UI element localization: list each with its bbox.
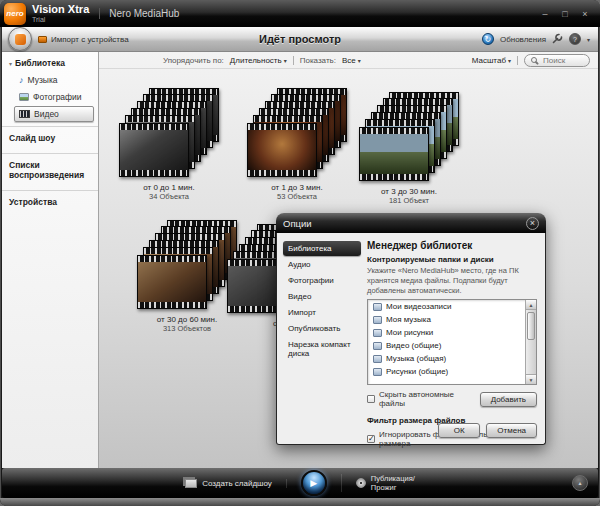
- cancel-button[interactable]: Отмена: [486, 423, 537, 438]
- thumbnail-stack: [119, 88, 219, 180]
- filmstrip-icon: [19, 110, 30, 118]
- folder-item[interactable]: Музыка (общая): [368, 352, 524, 365]
- sidebar-section-devices[interactable]: Устройства: [2, 190, 98, 213]
- main-toolbar: Импорт с устройства Идёт просмотр ↻ Обно…: [2, 27, 598, 52]
- add-folder-button[interactable]: Добавить: [480, 392, 537, 407]
- folder-icon: [373, 303, 382, 311]
- app-identity: Vision Xtra Trial: [32, 4, 89, 23]
- play-icon: ▶: [310, 478, 317, 488]
- tools-icon[interactable]: [552, 30, 563, 48]
- sidebar-header-library[interactable]: ▾ Библиотека: [2, 52, 98, 71]
- stack-card: [247, 123, 317, 177]
- chevron-down-icon[interactable]: ▾: [587, 36, 590, 43]
- dialog-titlebar: Опции ×: [276, 213, 546, 233]
- folder-label: Видео (общие): [386, 341, 441, 350]
- sidebar: ▾ Библиотека ♪ Музыка Фотографии Видео С…: [2, 52, 99, 468]
- create-slideshow-button[interactable]: Создать слайдшоу: [185, 479, 287, 488]
- sidebar-item-music[interactable]: ♪ Музыка: [14, 72, 94, 88]
- refresh-icon[interactable]: ↻: [482, 33, 494, 45]
- thumbnail-stack: [137, 220, 237, 312]
- close-button[interactable]: ×: [580, 9, 590, 19]
- dialog-nav-video[interactable]: Видео: [283, 289, 361, 304]
- arrange-by-value: Длительность: [230, 56, 282, 65]
- play-button[interactable]: ▶: [301, 470, 327, 496]
- folder-label: Мои видеозаписи: [386, 302, 451, 311]
- dialog-nav-disc-burn[interactable]: Нарезка компакт диска: [283, 337, 361, 361]
- dialog-main-panel: Менеджер библиотек Контролируемые папки …: [367, 239, 539, 438]
- arrange-by-dropdown[interactable]: Длительность ▾: [230, 56, 287, 65]
- publish-burn-button[interactable]: Публикация/ Прожиг: [341, 474, 415, 492]
- app-edition: Trial: [32, 16, 89, 23]
- import-from-device-button[interactable]: Импорт с устройства: [38, 35, 129, 44]
- sidebar-section-playlists[interactable]: Списки воспроизведения: [2, 153, 98, 186]
- folder-item[interactable]: Мои видеозаписи: [368, 300, 524, 313]
- group-caption: от 30 до 60 мин. 313 Объектов: [135, 315, 239, 333]
- filter-bar: Упорядочить по: Длительность ▾ Показать:…: [99, 52, 598, 69]
- import-label: Импорт с устройства: [51, 35, 129, 44]
- dialog-close-button[interactable]: ×: [526, 217, 539, 230]
- dialog-nav-photos[interactable]: Фотографии: [283, 273, 361, 288]
- show-label: Показать:: [300, 56, 336, 65]
- group-count: 181 Объект: [357, 196, 461, 205]
- search-box[interactable]: [524, 54, 590, 67]
- slideshow-icon: [185, 479, 197, 488]
- module-title: Nero MediaHub: [99, 8, 179, 19]
- media-group-3-30min[interactable]: от 3 до 30 мин. 181 Объект: [357, 92, 461, 205]
- dialog-nav-publish[interactable]: Опубликовать: [283, 321, 361, 336]
- watched-folders-list[interactable]: Мои видеозаписи Моя музыка Мои рисунки В…: [367, 299, 537, 385]
- group-title: от 1 до 3 мин.: [245, 183, 349, 192]
- app-window: nero Vision Xtra Trial Nero MediaHub – □…: [0, 0, 600, 506]
- options-dialog: Опции × Библиотека Аудио Фотографии Виде…: [276, 213, 546, 445]
- maximize-button[interactable]: □: [560, 9, 570, 19]
- show-value: Все: [342, 56, 356, 65]
- scrollbar-thumb[interactable]: [527, 312, 535, 340]
- updates-button[interactable]: Обновления: [500, 35, 546, 44]
- arrange-by-label: Упорядочить по:: [163, 56, 224, 65]
- panel-toggle-button[interactable]: ▴: [572, 475, 588, 491]
- zoom-dropdown[interactable]: Масштаб ▾: [472, 56, 511, 65]
- search-input[interactable]: [541, 55, 583, 66]
- music-note-icon: ♪: [19, 76, 24, 84]
- media-group-30-60min[interactable]: от 30 до 60 мин. 313 Объектов: [135, 220, 239, 333]
- folder-label: Моя музыка: [386, 315, 431, 324]
- sidebar-item-label: Видео: [34, 109, 59, 119]
- stack-card: [119, 123, 189, 177]
- group-count: 34 Объекта: [117, 192, 221, 201]
- scroll-up-button[interactable]: ▲: [526, 300, 536, 310]
- media-group-0-1min[interactable]: от 0 до 1 мин. 34 Объекта: [117, 88, 221, 201]
- folder-label: Музыка (общая): [386, 354, 446, 363]
- chevron-down-icon: ▾: [358, 57, 361, 64]
- folder-icon: [373, 329, 382, 337]
- folder-item[interactable]: Видео (общие): [368, 339, 524, 352]
- stack-card: [359, 127, 429, 181]
- show-dropdown[interactable]: Все ▾: [342, 56, 361, 65]
- sidebar-section-slideshow[interactable]: Слайд шоу: [2, 126, 98, 149]
- folder-item[interactable]: Мои рисунки: [368, 326, 524, 339]
- folder-item[interactable]: Моя музыка: [368, 313, 524, 326]
- create-slideshow-label: Создать слайдшоу: [202, 479, 272, 488]
- group-caption: от 3 до 30 мин. 181 Объект: [357, 187, 461, 205]
- help-icon[interactable]: ?: [569, 33, 581, 45]
- sidebar-item-photos[interactable]: Фотографии: [14, 89, 94, 105]
- dialog-nav-audio[interactable]: Аудио: [283, 257, 361, 272]
- ignore-small-files-checkbox[interactable]: [367, 435, 375, 443]
- zoom-label: Масштаб: [472, 56, 506, 65]
- dialog-nav-library[interactable]: Библиотека: [283, 241, 361, 256]
- group-count: 313 Объектов: [135, 324, 239, 333]
- stack-card: [137, 255, 207, 309]
- nero-logo-icon: nero: [4, 3, 26, 25]
- hide-offline-label: Скрыть автономные файлы: [379, 390, 476, 408]
- hide-offline-checkbox[interactable]: [367, 395, 375, 403]
- folder-item[interactable]: Рисунки (общие): [368, 365, 524, 378]
- scrollbar[interactable]: ▲ ▼: [525, 300, 536, 384]
- minimize-button[interactable]: –: [540, 9, 550, 19]
- home-orb-button[interactable]: [8, 27, 32, 51]
- app-name: Vision Xtra: [32, 4, 89, 16]
- dialog-nav-import[interactable]: Импорт: [283, 305, 361, 320]
- disc-icon: [356, 478, 366, 488]
- sidebar-item-video[interactable]: Видео: [14, 106, 94, 122]
- ok-button[interactable]: ОК: [438, 423, 480, 438]
- scroll-down-button[interactable]: ▼: [526, 374, 536, 384]
- media-group-1-3min[interactable]: от 1 до 3 мин. 53 Объекта: [245, 88, 349, 201]
- divider: [293, 56, 294, 65]
